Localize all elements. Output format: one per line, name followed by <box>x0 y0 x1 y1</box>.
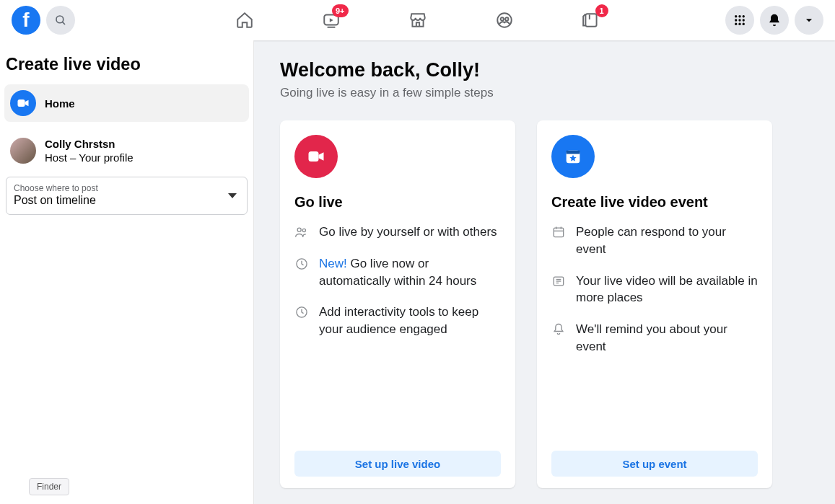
feature-row: Add interactivity tools to keep your aud… <box>294 304 501 338</box>
svg-rect-18 <box>18 100 25 107</box>
feature-row: Go live by yourself or with others <box>294 224 501 241</box>
watch-badge: 9+ <box>332 4 349 17</box>
bell-outline-icon <box>551 321 566 355</box>
card-title: Go live <box>294 194 501 211</box>
card-title: Create live video event <box>551 194 758 211</box>
picker-label: Choose where to post <box>14 183 98 193</box>
chevron-down-icon <box>804 15 814 25</box>
feature-row: We'll remind you about your event <box>551 321 758 355</box>
nav-watch[interactable]: 9+ <box>310 0 353 40</box>
feature-row: Your live video will be available in mor… <box>551 273 758 307</box>
home-icon <box>235 11 254 30</box>
avatar <box>10 138 36 164</box>
account-button[interactable] <box>795 6 823 35</box>
svg-line-1 <box>62 22 65 25</box>
main-content: Welcome back, Colly! Going live is easy … <box>254 40 835 504</box>
event-icon <box>551 135 595 178</box>
facebook-logo[interactable]: f <box>12 6 40 35</box>
setup-event-button[interactable]: Set up event <box>551 451 758 477</box>
sidebar: Create live video Home Colly Chrstsn Hos… <box>0 40 254 504</box>
svg-point-10 <box>738 15 740 17</box>
sidebar-item-home[interactable]: Home <box>4 84 249 122</box>
feature-text: Add interactivity tools to keep your aud… <box>319 304 501 338</box>
chevron-down-icon <box>228 193 237 198</box>
svg-point-11 <box>743 15 745 17</box>
host-name: Colly Chrstsn <box>45 138 134 151</box>
go-live-icon <box>294 135 338 178</box>
top-bar: f 9+ 1 <box>0 0 835 40</box>
bell-icon <box>767 13 782 27</box>
go-live-card: Go live Go live by yourself or with othe… <box>280 120 515 488</box>
menu-grid-icon <box>733 14 746 27</box>
picker-value: Post on timeline <box>14 193 98 208</box>
right-nav <box>725 6 823 35</box>
feature-text: Go live by yourself or with others <box>319 224 497 241</box>
hero-title: Welcome back, Colly! <box>280 59 809 81</box>
feature-row: People can respond to your event <box>551 224 758 258</box>
svg-rect-19 <box>309 151 319 162</box>
groups-icon <box>495 11 514 30</box>
svg-rect-25 <box>567 151 580 154</box>
clock-icon <box>294 304 309 338</box>
host-row[interactable]: Colly Chrstsn Host – Your profile <box>4 132 249 169</box>
feature-text: People can respond to your event <box>576 224 758 258</box>
svg-point-16 <box>738 23 740 25</box>
feature-text: We'll remind you about your event <box>576 321 758 355</box>
feature-text: New! Go live now or automatically within… <box>319 255 501 290</box>
svg-point-6 <box>505 17 508 20</box>
svg-point-17 <box>743 23 745 25</box>
svg-rect-7 <box>585 14 596 26</box>
clock-icon <box>294 255 309 290</box>
svg-point-5 <box>500 17 503 20</box>
svg-point-21 <box>302 229 305 231</box>
post-destination-picker[interactable]: Choose where to post Post on timeline <box>6 177 248 215</box>
newspaper-icon <box>551 273 566 307</box>
new-badge: New! <box>319 257 347 270</box>
camera-icon <box>10 90 36 116</box>
search-icon <box>54 14 67 27</box>
setup-live-video-button[interactable]: Set up live video <box>294 451 501 477</box>
calendar-icon <box>551 224 566 258</box>
svg-point-9 <box>735 15 737 17</box>
pages-badge: 1 <box>595 4 608 17</box>
event-card: Create live video event People can respo… <box>537 120 772 488</box>
notifications-button[interactable] <box>760 6 789 35</box>
nav-home[interactable] <box>223 0 266 40</box>
svg-point-20 <box>297 228 301 231</box>
marketplace-icon <box>408 11 427 30</box>
svg-point-14 <box>743 19 745 21</box>
svg-point-13 <box>738 19 740 21</box>
feature-row: New! Go live now or automatically within… <box>294 255 501 290</box>
feature-text: Your live video will be available in mor… <box>576 273 758 307</box>
nav-marketplace[interactable] <box>396 0 440 40</box>
finder-tooltip: Finder <box>29 478 69 495</box>
host-subtitle: Host – Your profile <box>45 151 134 164</box>
nav-groups[interactable] <box>483 0 526 40</box>
svg-point-0 <box>56 16 64 23</box>
page-title: Create live video <box>6 55 248 74</box>
people-icon <box>294 224 309 241</box>
center-nav: 9+ 1 <box>0 0 835 40</box>
svg-rect-26 <box>554 228 563 237</box>
search-button[interactable] <box>46 6 75 35</box>
sidebar-item-label: Home <box>45 97 75 110</box>
card-row: Go live Go live by yourself or with othe… <box>280 120 809 488</box>
menu-button[interactable] <box>725 6 754 35</box>
svg-point-4 <box>497 13 512 27</box>
svg-point-15 <box>735 23 737 25</box>
nav-pages[interactable]: 1 <box>569 0 613 40</box>
svg-point-12 <box>735 19 737 21</box>
hero-subtitle: Going live is easy in a few simple steps <box>280 86 809 100</box>
